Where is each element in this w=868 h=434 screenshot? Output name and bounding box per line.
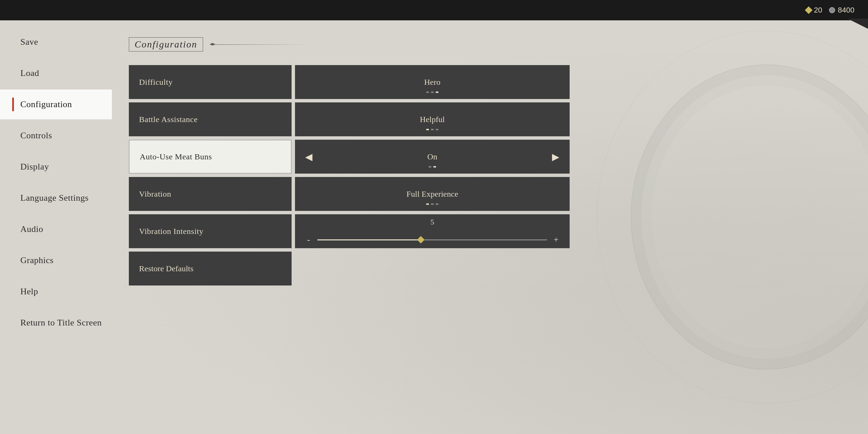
- setting-row-auto-use-meat-buns: Auto-Use Meat Buns ◀ On ▶: [129, 140, 570, 174]
- auto-use-meat-buns-dot-2: [433, 166, 436, 167]
- config-header: Configuration: [129, 37, 848, 52]
- sidebar-label-graphics: Graphics: [20, 255, 54, 265]
- auto-use-meat-buns-indicators: [429, 166, 436, 167]
- battle-assistance-value[interactable]: Helpful: [295, 102, 570, 136]
- battle-assistance-dot-1: [426, 129, 429, 130]
- auto-use-meat-buns-label: Auto-Use Meat Buns: [129, 140, 292, 174]
- sidebar-label-audio: Audio: [20, 224, 43, 234]
- difficulty-dot-3: [436, 92, 438, 93]
- vibration-intensity-track[interactable]: [317, 239, 547, 240]
- auto-use-meat-buns-arrow-right[interactable]: ▶: [552, 151, 559, 162]
- diamond-amount: 20: [814, 6, 822, 15]
- vibration-intensity-thumb[interactable]: [417, 236, 425, 243]
- sidebar-label-controls: Controls: [20, 131, 52, 141]
- sidebar-label-help: Help: [20, 287, 38, 297]
- vibration-dot-1: [426, 203, 429, 205]
- settings-container: Difficulty Hero Battle Assistance Helpfu…: [129, 65, 570, 285]
- difficulty-label: Difficulty: [129, 65, 292, 99]
- sidebar-item-language-settings[interactable]: Language Settings: [0, 183, 112, 213]
- setting-row-vibration-intensity: Vibration Intensity 5 - +: [129, 214, 570, 248]
- sidebar-item-graphics[interactable]: Graphics: [0, 245, 112, 275]
- battle-assistance-label: Battle Assistance: [129, 102, 292, 136]
- diamond-currency-group: 20: [806, 6, 822, 15]
- sidebar-item-configuration[interactable]: Configuration: [0, 90, 112, 119]
- difficulty-dot-1: [426, 92, 429, 93]
- vibration-intensity-slider-container[interactable]: 5 - +: [295, 214, 570, 248]
- sidebar-label-return-to-title: Return to Title Screen: [20, 318, 102, 328]
- difficulty-value[interactable]: Hero: [295, 65, 570, 99]
- auto-use-meat-buns-arrow-left[interactable]: ◀: [305, 151, 313, 162]
- sidebar-label-configuration: Configuration: [20, 99, 72, 110]
- sidebar-label-save: Save: [20, 37, 38, 47]
- battle-assistance-dot-3: [436, 129, 438, 130]
- circle-icon: [829, 7, 835, 13]
- circle-currency-group: 8400: [829, 6, 854, 15]
- sidebar-item-help[interactable]: Help: [0, 277, 112, 307]
- vibration-intensity-label: Vibration Intensity: [129, 214, 292, 248]
- sidebar-item-audio[interactable]: Audio: [0, 214, 112, 244]
- vibration-intensity-fill: [317, 239, 421, 240]
- battle-assistance-dot-2: [431, 129, 434, 130]
- sidebar: Save Load Configuration Controls Display…: [0, 20, 112, 434]
- restore-defaults-row: Restore Defaults: [129, 252, 292, 285]
- circle-amount: 8400: [838, 6, 854, 15]
- sidebar-item-display[interactable]: Display: [0, 152, 112, 182]
- vibration-intensity-controls: - +: [305, 235, 559, 245]
- top-bar: 20 8400: [0, 0, 868, 20]
- difficulty-indicators: [426, 92, 438, 93]
- sidebar-label-language-settings: Language Settings: [20, 193, 88, 203]
- auto-use-meat-buns-dot-1: [429, 166, 431, 167]
- battle-assistance-indicators: [426, 129, 438, 130]
- main-content: Configuration Difficulty Hero Battle Ass…: [112, 20, 868, 434]
- restore-defaults-button[interactable]: Restore Defaults: [129, 252, 292, 285]
- sidebar-item-load[interactable]: Load: [0, 58, 112, 88]
- vibration-dot-3: [436, 203, 438, 205]
- vibration-intensity-value: 5: [431, 218, 434, 226]
- vibration-intensity-minus[interactable]: -: [305, 235, 312, 245]
- sidebar-item-return-to-title[interactable]: Return to Title Screen: [0, 308, 112, 338]
- vibration-value[interactable]: Full Experience: [295, 177, 570, 211]
- setting-row-vibration: Vibration Full Experience: [129, 177, 570, 211]
- sidebar-item-save[interactable]: Save: [0, 27, 112, 57]
- setting-row-battle-assistance: Battle Assistance Helpful: [129, 102, 570, 136]
- sidebar-item-controls[interactable]: Controls: [0, 121, 112, 151]
- config-header-line: [210, 44, 312, 45]
- diamond-icon: [805, 6, 812, 14]
- config-title: Configuration: [129, 37, 203, 52]
- vibration-indicators: [426, 203, 438, 205]
- vibration-intensity-plus[interactable]: +: [553, 235, 559, 245]
- setting-row-difficulty: Difficulty Hero: [129, 65, 570, 99]
- vibration-dot-2: [431, 203, 434, 205]
- difficulty-dot-2: [431, 92, 434, 93]
- vibration-label: Vibration: [129, 177, 292, 211]
- sidebar-label-display: Display: [20, 162, 49, 172]
- sidebar-label-load: Load: [20, 68, 39, 78]
- auto-use-meat-buns-value[interactable]: ◀ On ▶: [295, 140, 570, 174]
